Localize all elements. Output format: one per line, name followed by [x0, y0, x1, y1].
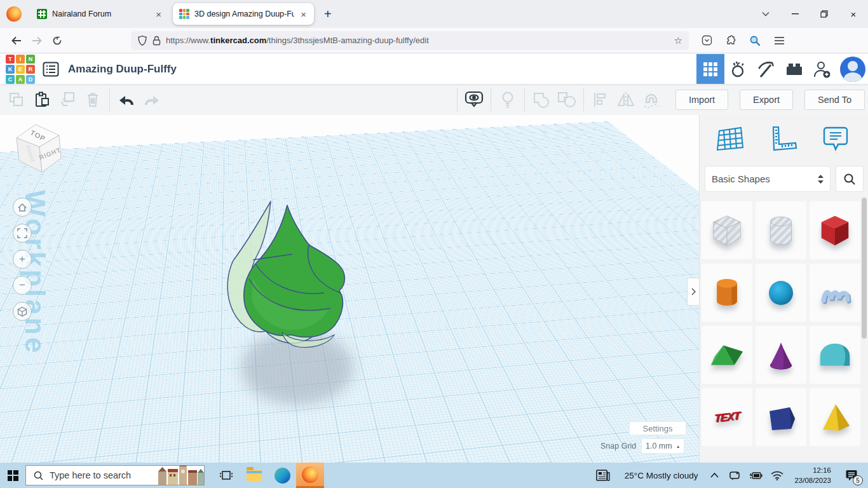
shape-pyramid-yellow[interactable]	[810, 388, 860, 446]
tab-nairaland[interactable]: Nairaland Forum ×	[31, 3, 169, 25]
design-object-green-shell[interactable]	[216, 189, 381, 417]
shield-icon[interactable]	[137, 35, 147, 46]
mirror-icon[interactable]	[613, 88, 639, 111]
taskbar-search-box[interactable]: Type here to search	[25, 465, 205, 485]
notification-center-icon[interactable]: 5	[839, 463, 864, 488]
news-icon[interactable]	[589, 463, 617, 488]
shape-scribble[interactable]	[810, 264, 860, 322]
import-button[interactable]: Import	[675, 90, 728, 110]
light-bulb-icon[interactable]	[495, 88, 520, 111]
file-explorer-icon[interactable]	[240, 463, 268, 488]
tray-chevron-icon[interactable]	[705, 463, 723, 488]
undo-icon[interactable]	[114, 88, 139, 111]
group-icon[interactable]	[529, 88, 554, 111]
delete-icon[interactable]	[80, 88, 105, 111]
paste-icon[interactable]	[29, 88, 55, 111]
forward-icon[interactable]	[27, 32, 47, 50]
search-icon	[34, 471, 43, 480]
home-icon[interactable]	[13, 198, 32, 217]
perspective-icon[interactable]	[13, 302, 32, 321]
tab-close-icon[interactable]: ×	[154, 9, 163, 20]
redo-icon[interactable]	[139, 88, 165, 111]
avatar[interactable]	[840, 57, 865, 82]
shape-round-roof-teal[interactable]	[810, 326, 860, 384]
notes-tool-icon[interactable]	[818, 123, 853, 156]
search-placeholder: Type here to search	[50, 470, 158, 480]
shape-box-red[interactable]	[810, 201, 860, 259]
design-menu-icon[interactable]	[43, 62, 59, 77]
start-button[interactable]	[0, 463, 25, 488]
send-to-button[interactable]: Send To	[804, 90, 865, 110]
shape-cylinder-transparent[interactable]	[756, 201, 806, 259]
shape-polygon-blue[interactable]	[756, 388, 806, 446]
zoom-out-icon[interactable]: −	[13, 276, 32, 295]
view-cube[interactable]: TOP RIGHT FRONT	[11, 121, 67, 177]
tinkercad-logo[interactable]: TIN KER CAD	[6, 55, 35, 84]
3d-viewport[interactable]: Workplane TOP RIGHT FRONT + −	[0, 115, 699, 463]
window-close-button[interactable]: ×	[839, 0, 868, 28]
pocket-icon[interactable]	[696, 32, 717, 50]
sim-lab-icon[interactable]	[724, 54, 752, 84]
zoom-in-icon[interactable]: +	[13, 250, 32, 269]
menu-hamburger-icon[interactable]	[769, 32, 789, 50]
panel-collapse-button[interactable]	[687, 278, 699, 306]
align-icon[interactable]	[588, 88, 613, 111]
duplicate-icon[interactable]	[55, 88, 80, 111]
wifi-icon[interactable]	[768, 463, 787, 488]
shape-search-button[interactable]	[836, 166, 864, 192]
windows-taskbar: Type here to search 25°C Mostly cloudy	[0, 463, 868, 488]
lock-icon[interactable]	[153, 36, 161, 46]
new-tab-button[interactable]: +	[318, 7, 338, 22]
zoom-extension-icon[interactable]	[745, 32, 765, 50]
show-all-icon[interactable]	[461, 88, 487, 111]
tab-close-icon[interactable]: ×	[299, 9, 308, 20]
shape-category-select[interactable]: Basic Shapes	[705, 166, 831, 192]
battery-icon[interactable]	[746, 463, 765, 488]
blocks-pickaxe-icon[interactable]	[752, 54, 780, 84]
fit-view-icon[interactable]	[13, 224, 32, 243]
panel-scrollbar[interactable]	[862, 198, 867, 339]
tab-label: Nairaland Forum	[52, 10, 149, 18]
tab-label: 3D design Amazing Duup-Fulffy	[194, 10, 294, 18]
shape-cylinder-orange[interactable]	[702, 264, 752, 322]
shape-text-red[interactable]: TEXT	[702, 388, 752, 446]
select-arrows-icon	[818, 175, 824, 184]
snap-icon[interactable]	[639, 88, 664, 111]
copy-icon[interactable]	[4, 88, 29, 111]
snap-grid-dropdown[interactable]: 1.0 mm ▲	[641, 438, 684, 454]
logo-cell: T	[6, 55, 15, 64]
logo-cell: N	[26, 55, 35, 64]
bookmark-star-icon[interactable]: ☆	[674, 35, 682, 46]
shape-sphere-blue[interactable]	[756, 264, 806, 322]
window-restore-button[interactable]	[810, 0, 839, 28]
dropdown-arrow-icon: ▲	[676, 444, 681, 449]
bricks-icon[interactable]	[780, 54, 808, 84]
ruler-tool-icon[interactable]	[766, 123, 800, 156]
shape-box-transparent[interactable]	[702, 201, 752, 259]
url-bar[interactable]: https://www.tinkercad.com/things/3thssje…	[131, 31, 689, 50]
task-view-icon[interactable]	[212, 463, 240, 488]
back-icon[interactable]	[6, 32, 27, 50]
export-button[interactable]: Export	[740, 90, 793, 110]
edge-icon[interactable]	[268, 463, 296, 488]
design-grid-icon[interactable]	[696, 54, 724, 84]
reload-icon[interactable]	[47, 32, 67, 50]
workplane-tool-icon[interactable]	[713, 123, 747, 156]
firefox-icon[interactable]	[296, 463, 324, 488]
url-text[interactable]: https://www.tinkercad.com/things/3thssje…	[166, 36, 674, 45]
clock-widget[interactable]: 12:16 23/08/2023	[789, 465, 836, 485]
shape-cone-purple[interactable]	[756, 326, 806, 384]
firefox-view-icon[interactable]	[6, 6, 22, 22]
ungroup-icon[interactable]	[554, 88, 580, 111]
list-tabs-chevron-icon[interactable]	[751, 0, 780, 28]
extensions-puzzle-icon[interactable]	[721, 32, 741, 50]
invite-icon[interactable]	[808, 54, 836, 84]
design-title[interactable]: Amazing Duup-Fulffy	[68, 63, 177, 76]
window-minimize-button[interactable]	[780, 0, 810, 28]
shape-roof-green[interactable]	[702, 326, 752, 384]
tab-tinkercad-active[interactable]: 3D design Amazing Duup-Fulffy ×	[173, 3, 314, 25]
settings-button[interactable]: Settings	[629, 421, 686, 435]
weather-widget[interactable]: 25°C Mostly cloudy	[620, 471, 703, 480]
meet-now-icon[interactable]	[726, 463, 743, 488]
search-highlight-image[interactable]	[158, 465, 204, 485]
